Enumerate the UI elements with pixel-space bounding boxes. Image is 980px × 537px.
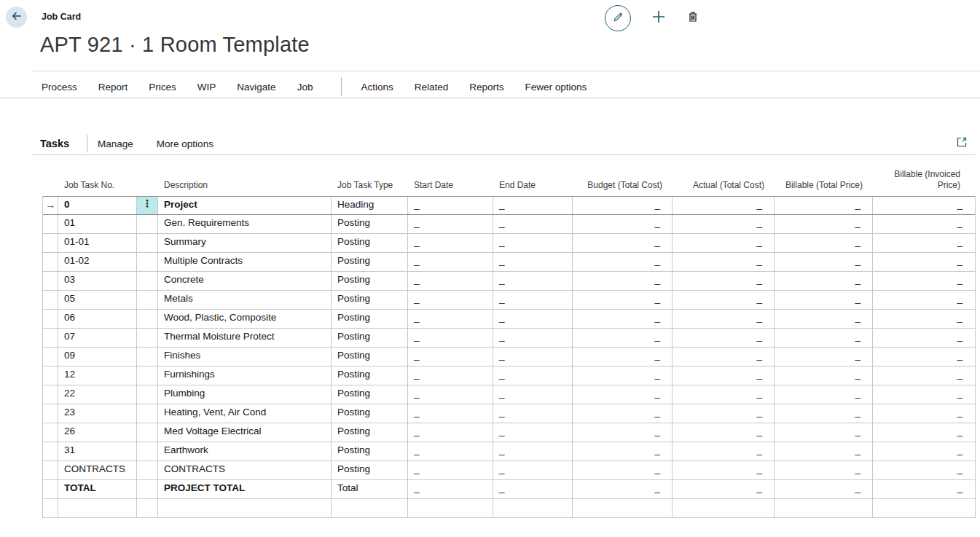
description-cell[interactable]: Heating, Vent, Air Cond [158, 404, 332, 423]
start-date-cell[interactable]: _ [408, 310, 493, 328]
actual-total-cost-cell[interactable]: _ [673, 404, 775, 423]
description-cell[interactable]: PROJECT TOTAL [158, 480, 332, 498]
billable-invoiced-price-cell[interactable]: _ [873, 442, 974, 460]
row-options-cell[interactable] [137, 234, 158, 252]
budget-total-cost-cell[interactable]: _ [573, 423, 673, 442]
job-task-no-cell[interactable]: 09 [58, 348, 137, 366]
row-options-ellipsis-icon[interactable]: ⋮ [137, 197, 158, 214]
row-selector-cell[interactable] [43, 348, 58, 366]
end-date-cell[interactable]: _ [493, 253, 573, 271]
table-row[interactable]: 09FinishesPosting______ [43, 348, 975, 367]
description-cell[interactable]: Finishes [158, 348, 332, 366]
end-date-cell[interactable]: _ [493, 272, 573, 290]
billable-total-price-cell[interactable] [775, 499, 873, 517]
row-selector-cell[interactable] [43, 291, 58, 309]
job-task-type-cell[interactable]: Posting [332, 215, 408, 233]
end-date-cell[interactable]: _ [493, 423, 573, 442]
table-row[interactable]: 01Gen. RequirementsPosting______ [43, 215, 975, 234]
table-row[interactable]: 03ConcretePosting______ [43, 272, 975, 291]
actual-total-cost-cell[interactable]: _ [673, 291, 775, 309]
billable-total-price-cell[interactable]: _ [775, 442, 873, 460]
col-header-end-date[interactable]: End Date [493, 180, 573, 195]
back-button[interactable] [6, 7, 27, 28]
start-date-cell[interactable]: _ [408, 215, 493, 233]
row-selector-cell[interactable] [43, 367, 58, 385]
menu-process[interactable]: Process [42, 82, 77, 93]
row-selector-cell[interactable] [43, 272, 58, 290]
job-task-type-cell[interactable]: Posting [332, 385, 408, 404]
end-date-cell[interactable]: _ [493, 461, 573, 479]
actual-total-cost-cell[interactable]: _ [673, 253, 775, 271]
row-options-cell[interactable] [137, 215, 158, 233]
budget-total-cost-cell[interactable]: _ [573, 442, 673, 460]
start-date-cell[interactable]: _ [408, 291, 493, 309]
menu-report[interactable]: Report [98, 82, 128, 93]
job-task-no-cell[interactable]: CONTRACTS [58, 461, 137, 479]
job-task-no-cell[interactable]: 23 [58, 404, 137, 423]
delete-button[interactable] [686, 10, 699, 26]
row-options-cell[interactable] [137, 442, 158, 460]
job-task-no-cell[interactable]: 06 [58, 310, 137, 328]
billable-total-price-cell[interactable]: _ [775, 310, 873, 328]
table-row[interactable]: 26Med Voltage ElectricalPosting______ [43, 423, 975, 442]
job-task-type-cell[interactable]: Posting [332, 423, 408, 442]
end-date-cell[interactable]: _ [493, 197, 573, 214]
start-date-cell[interactable] [408, 499, 493, 517]
row-options-cell[interactable] [137, 348, 158, 366]
menu-reports[interactable]: Reports [469, 82, 503, 93]
row-selector-cell[interactable] [43, 442, 58, 460]
actual-total-cost-cell[interactable]: _ [673, 234, 775, 252]
table-row[interactable]: 31EarthworkPosting______ [43, 442, 975, 461]
table-row[interactable]: 22PlumbingPosting______ [43, 385, 975, 404]
budget-total-cost-cell[interactable]: _ [573, 329, 673, 347]
table-row[interactable]: CONTRACTSCONTRACTSPosting______ [43, 461, 975, 480]
actual-total-cost-cell[interactable]: _ [673, 367, 775, 385]
edit-button[interactable] [605, 5, 631, 31]
description-cell[interactable]: Gen. Requirements [158, 215, 332, 233]
budget-total-cost-cell[interactable]: _ [573, 291, 673, 309]
row-selector-cell[interactable] [43, 423, 58, 442]
row-options-cell[interactable] [137, 404, 158, 423]
description-cell[interactable]: Med Voltage Electrical [158, 423, 332, 442]
col-header-description[interactable]: Description [158, 180, 332, 195]
menu-navigate[interactable]: Navigate [237, 82, 275, 93]
job-task-no-cell[interactable]: 03 [58, 272, 137, 290]
menu-fewer-options[interactable]: Fewer options [525, 82, 587, 93]
row-options-cell[interactable] [137, 461, 158, 479]
description-cell[interactable]: Metals [158, 291, 332, 309]
new-button[interactable] [651, 9, 666, 27]
end-date-cell[interactable]: _ [493, 310, 573, 328]
start-date-cell[interactable]: _ [408, 253, 493, 271]
description-cell[interactable]: Plumbing [158, 385, 332, 404]
table-row[interactable]: 23Heating, Vent, Air CondPosting______ [43, 404, 975, 423]
billable-total-price-cell[interactable]: _ [775, 234, 873, 252]
open-in-new-window-button[interactable] [956, 136, 968, 148]
start-date-cell[interactable]: _ [408, 272, 493, 290]
billable-total-price-cell[interactable]: _ [775, 385, 873, 404]
end-date-cell[interactable]: _ [493, 329, 573, 347]
row-options-cell[interactable] [137, 480, 158, 498]
col-header-start-date[interactable]: Start Date [408, 180, 493, 195]
actual-total-cost-cell[interactable]: _ [673, 197, 775, 214]
actual-total-cost-cell[interactable]: _ [673, 385, 775, 404]
billable-total-price-cell[interactable]: _ [775, 348, 873, 366]
start-date-cell[interactable]: _ [408, 423, 493, 442]
billable-invoiced-price-cell[interactable]: _ [873, 197, 974, 214]
table-row[interactable]: 01-02Multiple ContractsPosting______ [43, 253, 975, 272]
job-task-type-cell[interactable] [332, 499, 408, 517]
billable-invoiced-price-cell[interactable]: _ [873, 272, 974, 290]
billable-total-price-cell[interactable]: _ [775, 329, 873, 347]
job-task-no-cell[interactable]: 01 [58, 215, 137, 233]
job-task-type-cell[interactable]: Posting [332, 404, 408, 423]
job-task-no-cell[interactable]: 05 [58, 291, 137, 309]
row-options-cell[interactable] [137, 499, 158, 517]
row-selector-cell[interactable] [43, 329, 58, 347]
job-task-no-cell[interactable]: 22 [58, 385, 137, 404]
start-date-cell[interactable]: _ [408, 461, 493, 479]
col-header-job-task-no[interactable]: Job Task No. [58, 180, 137, 195]
job-task-no-cell[interactable]: 01-01 [58, 234, 137, 252]
table-row[interactable]: 06Wood, Plastic, CompositePosting______ [43, 310, 975, 329]
budget-total-cost-cell[interactable]: _ [573, 404, 673, 423]
description-cell[interactable]: Concrete [158, 272, 332, 290]
table-row[interactable]: TOTALPROJECT TOTALTotal______ [43, 480, 975, 499]
